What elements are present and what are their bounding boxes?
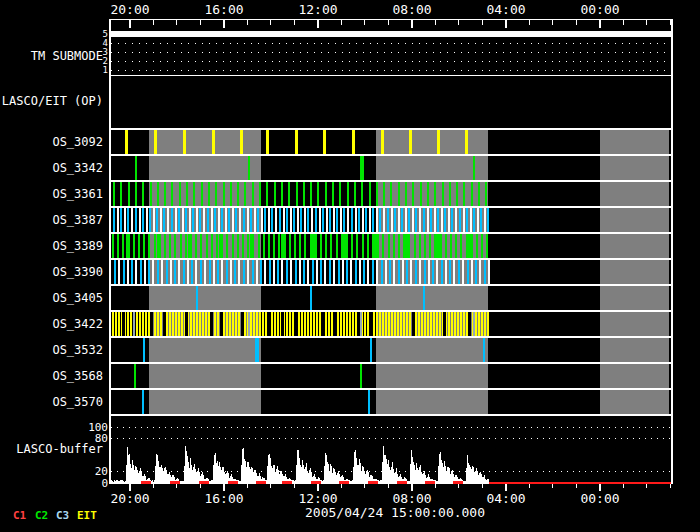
event-tick-c3	[430, 208, 432, 232]
event-tick-c2	[361, 182, 363, 206]
event-tick-c3	[475, 260, 477, 284]
event-tick-wh	[391, 208, 393, 232]
event-tick-c2	[369, 182, 371, 206]
event-tick-c2	[442, 182, 444, 206]
top-axis-tick	[670, 20, 671, 25]
lasco-eit-timeline-plot: TM SUBMODE LASCO/EIT (OP) LASCO-buffer 2…	[0, 0, 700, 532]
event-tick-wh	[118, 260, 120, 284]
gray-band	[600, 364, 669, 388]
bottom-axis-tick	[364, 484, 365, 488]
event-tick-wh	[264, 260, 266, 284]
event-tick-wh	[146, 208, 148, 232]
event-tick-c2	[242, 234, 244, 258]
event-tick-c3	[444, 208, 446, 232]
event-tick-wh	[412, 208, 414, 232]
event-tick-c3	[449, 260, 451, 284]
gray-band	[149, 338, 261, 362]
bottom-axis-tick	[670, 484, 671, 488]
event-tick-c3	[441, 260, 443, 284]
event-tick-bk	[322, 312, 325, 336]
gray-band	[376, 130, 488, 154]
row-label: OS_3405	[52, 291, 103, 305]
top-axis-tick	[505, 20, 507, 28]
event-tick-eit	[439, 312, 441, 336]
event-tick-eit	[229, 312, 231, 336]
event-tick-wh	[463, 208, 465, 232]
event-tick-c3	[214, 208, 216, 232]
event-tick-c2	[449, 182, 451, 206]
event-tick-c3	[257, 208, 259, 232]
top-axis-tick	[458, 20, 459, 25]
event-tick-eit	[325, 312, 327, 336]
event-tick-eit	[316, 312, 318, 336]
event-tick-c3	[286, 208, 288, 232]
time-label-top: 08:00	[377, 2, 447, 17]
event-tick-wh	[299, 260, 301, 284]
event-tick-wh	[376, 208, 378, 232]
event-tick-eit	[244, 312, 246, 336]
event-tick-eit	[136, 312, 138, 336]
event-tick-c2	[281, 182, 283, 206]
top-axis-tick	[482, 20, 483, 25]
gray-band	[149, 130, 261, 154]
event-tick-eit	[475, 312, 477, 336]
time-label-bottom: 12:00	[283, 491, 353, 506]
row-label: OS_3390	[52, 265, 103, 279]
event-tick-c2	[134, 364, 136, 388]
event-tick-c2	[112, 234, 114, 258]
event-tick-c2	[195, 234, 197, 258]
event-tick-bk	[267, 312, 270, 336]
event-tick-bk	[220, 312, 223, 336]
bottom-axis-tick	[317, 484, 319, 491]
event-tick-c2	[362, 234, 364, 258]
event-tick-eit	[271, 312, 273, 336]
event-tick-bk	[241, 312, 244, 336]
tm-submode-dotted-line	[111, 52, 671, 53]
event-tick-eit	[307, 312, 309, 336]
event-tick-c3	[401, 208, 403, 232]
event-tick-c2	[303, 182, 305, 206]
event-tick-eit	[259, 312, 261, 336]
row-label: OS_3387	[52, 213, 103, 227]
event-tick-c3	[329, 208, 331, 232]
event-tick-c3	[113, 208, 115, 232]
event-tick-eit	[190, 312, 192, 336]
event-tick-wh	[369, 208, 371, 232]
event-tick-wh	[232, 208, 234, 232]
gray-band	[376, 364, 488, 388]
event-tick-eit	[409, 312, 411, 336]
event-tick-wh	[247, 260, 249, 284]
event-tick-wh	[175, 208, 177, 232]
buffer-dotted-gridline	[111, 438, 671, 439]
event-tick-c3	[424, 260, 426, 284]
event-tick-wh	[428, 260, 430, 284]
bottom-axis-tick	[411, 484, 413, 491]
event-tick-wh	[359, 260, 361, 284]
event-tick-eit	[145, 312, 147, 336]
event-tick-c2	[304, 234, 306, 258]
event-tick-wh	[281, 260, 283, 284]
event-tick-c3	[135, 208, 137, 232]
row-label: OS_3361	[52, 187, 103, 201]
row-label: OS_3532	[52, 343, 103, 357]
event-tick-c2	[237, 182, 239, 206]
event-tick-c3	[123, 260, 125, 284]
event-tick-c2	[354, 182, 356, 206]
top-axis-tick	[200, 20, 201, 25]
event-tick-c2	[471, 182, 473, 206]
event-tick-wh	[290, 260, 292, 284]
event-tick-eit	[379, 312, 381, 336]
event-tick-c2	[455, 234, 457, 258]
bottom-axis-tick	[341, 484, 342, 488]
event-tick-c3	[217, 260, 219, 284]
gray-band	[376, 338, 488, 362]
gray-band	[600, 260, 669, 284]
event-tick-c3	[307, 208, 309, 232]
event-tick-c2	[135, 182, 137, 206]
event-tick-c2	[128, 182, 130, 206]
event-tick-eit	[181, 312, 183, 336]
buffer-ytick-label: 0	[101, 477, 108, 490]
time-label-top: 04:00	[471, 2, 541, 17]
event-tick-wh	[376, 260, 378, 284]
event-tick-gy	[360, 312, 362, 336]
